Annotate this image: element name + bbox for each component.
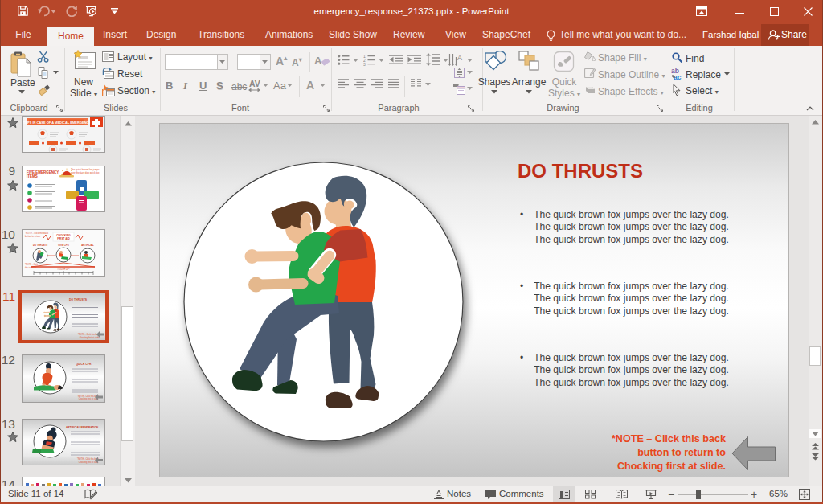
svg-text:•: • — [520, 209, 523, 220]
svg-text:button to return to: button to return to — [637, 447, 726, 458]
svg-text:3: 3 — [363, 62, 366, 66]
svg-text:The quick brown fox jumps over: The quick brown fox jumps over the lazy … — [534, 364, 729, 375]
svg-text:DO THRUSTS: DO THRUSTS — [518, 160, 643, 182]
svg-text:The quick brown fox jumps over: The quick brown fox jumps over the lazy … — [534, 305, 729, 317]
svg-text:The quick brown fox jumps over: The quick brown fox jumps over the lazy … — [534, 352, 729, 363]
svg-text:A: A — [457, 54, 462, 62]
svg-text:GIVE CPR: GIVE CPR — [58, 244, 68, 247]
svg-text:ac: ac — [674, 73, 682, 80]
svg-text:The quick brown fox jumps over: The quick brown fox jumps over the lazy … — [534, 221, 729, 232]
svg-text:this to return: this to return — [25, 266, 37, 269]
svg-text:*NOTE – Click this back: *NOTE – Click this back — [612, 433, 727, 445]
svg-text:ITEMS: ITEMS — [27, 174, 38, 178]
svg-text:The quick brown fox jumps over: The quick brown fox jumps over the lazy … — [534, 234, 729, 245]
svg-text:DO THRUSTS: DO THRUSTS — [33, 244, 47, 247]
svg-text:DO THRUSTS: DO THRUSTS — [69, 298, 88, 301]
svg-text:The quick brown fox jumps over: The quick brown fox jumps over the lazy … — [534, 209, 729, 220]
svg-text:Chocking first at slide.: Chocking first at slide. — [617, 461, 726, 472]
svg-text:QUICK CPR: QUICK CPR — [76, 363, 92, 366]
svg-text:over the lazy dog quick fox: over the lazy dog quick fox — [71, 171, 100, 174]
svg-text:ARTIFICIAL RESPIRATION: ARTIFICIAL RESPIRATION — [66, 426, 99, 429]
svg-text:*NOTE - Click: *NOTE - Click — [25, 263, 39, 266]
svg-text:TOUCH UP!: TOUCH UP! — [57, 268, 70, 271]
svg-text:FIRST AID: FIRST AID — [57, 237, 70, 240]
svg-text:The quick brown fox jumps over: The quick brown fox jumps over the lazy … — [534, 281, 729, 292]
svg-text:6 STEPS IN CASE OF A MEDICAL E: 6 STEPS IN CASE OF A MEDICAL EMERGENCY — [23, 121, 91, 125]
svg-text:The quick brown fox jumps over: The quick brown fox jumps over the lazy … — [534, 377, 729, 388]
svg-text:ARTIFICIAL: ARTIFICIAL — [81, 244, 94, 247]
svg-text:button to return: button to return — [25, 235, 40, 238]
svg-text:•: • — [520, 281, 523, 292]
svg-text:The quick brown fox jumps over: The quick brown fox jumps over the lazy … — [534, 293, 729, 304]
svg-text:Chocking first at slide.: Chocking first at slide. — [80, 336, 100, 339]
svg-text:•: • — [520, 352, 523, 363]
